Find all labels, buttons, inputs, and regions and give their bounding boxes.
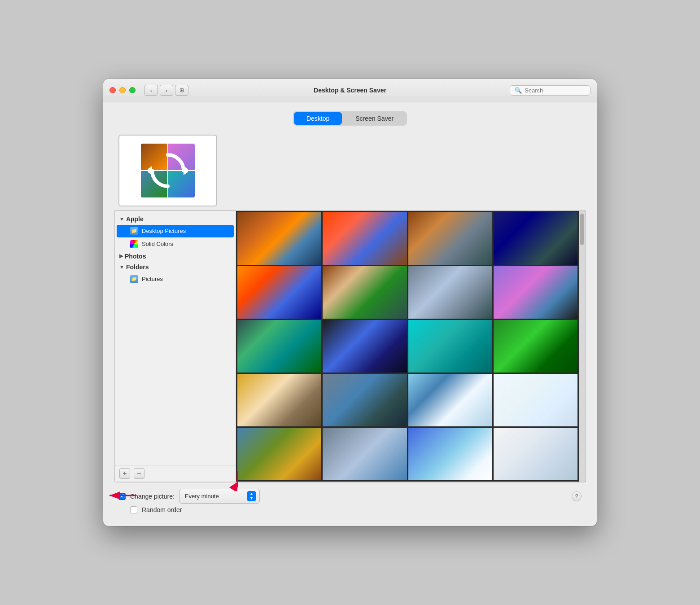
help-button[interactable]: ? <box>572 491 582 501</box>
random-order-label: Random order <box>142 506 182 513</box>
content-area: Desktop Screen Saver <box>103 102 597 526</box>
dropdown-arrow-up: ▲ <box>249 492 254 496</box>
sidebar: ▼ Apple 📁 Desktop Pictures Solid Colors <box>114 210 236 482</box>
wallpaper-12[interactable] <box>494 320 578 373</box>
interval-dropdown-text: Every minute <box>185 493 244 500</box>
help-label: ? <box>575 493 578 500</box>
sidebar-item-solid-colors[interactable]: Solid Colors <box>117 238 234 250</box>
folders-group-arrow: ▼ <box>119 264 124 270</box>
preview-box <box>118 135 217 206</box>
wallpaper-3[interactable] <box>408 212 492 265</box>
titlebar-nav: ‹ › <box>144 85 173 96</box>
forward-button[interactable]: › <box>160 85 173 96</box>
apple-group-label: Apple <box>126 215 144 223</box>
change-picture-row: ✓ Change picture: <box>118 489 582 504</box>
wallpaper-11[interactable] <box>408 320 492 373</box>
traffic-lights <box>109 87 136 93</box>
sidebar-group-photos[interactable]: ▶ Photos <box>115 251 236 262</box>
wallpaper-20[interactable] <box>494 428 578 480</box>
sidebar-item-desktop-pictures[interactable]: 📁 Desktop Pictures <box>117 225 234 237</box>
tab-screen-saver[interactable]: Screen Saver <box>343 112 406 125</box>
wallpaper-10[interactable] <box>323 320 407 373</box>
remove-source-button[interactable]: − <box>134 468 144 479</box>
search-icon: 🔍 <box>515 87 522 94</box>
pictures-folder-icon: 📁 <box>130 275 138 283</box>
interval-dropdown[interactable]: Every minute ▲ ▼ <box>179 489 260 504</box>
image-grid <box>236 211 585 482</box>
dropdown-arrow-down: ▼ <box>249 496 254 500</box>
tab-desktop[interactable]: Desktop <box>294 112 342 125</box>
scrollbar-track[interactable] <box>579 211 585 482</box>
wallpaper-1[interactable] <box>237 212 321 265</box>
color-icon <box>130 240 138 248</box>
tab-group: Desktop Screen Saver <box>293 111 407 126</box>
sidebar-group-apple[interactable]: ▼ Apple <box>115 214 236 224</box>
wallpaper-2[interactable] <box>323 212 407 265</box>
wallpaper-6[interactable] <box>323 266 407 319</box>
search-input[interactable] <box>525 87 586 94</box>
scrollbar-thumb[interactable] <box>580 214 584 245</box>
image-grid-container <box>236 210 586 482</box>
main-window: ‹ › ⊞ Desktop & Screen Saver 🔍 Desktop S… <box>103 79 597 526</box>
photos-group-label: Photos <box>125 253 146 260</box>
random-order-checkbox[interactable] <box>130 506 137 513</box>
preview-area <box>118 135 586 206</box>
dropdown-arrows: ▲ ▼ <box>247 491 256 501</box>
maximize-button[interactable] <box>129 87 136 93</box>
apple-group-arrow: ▼ <box>119 216 124 222</box>
folder-icon: 📁 <box>130 227 138 235</box>
sidebar-content: ▼ Apple 📁 Desktop Pictures Solid Colors <box>115 211 236 465</box>
minimize-button[interactable] <box>119 87 126 93</box>
search-box[interactable]: 🔍 <box>510 85 591 96</box>
rotate-arrows-icon <box>148 150 188 191</box>
wallpaper-9[interactable] <box>237 320 321 373</box>
svg-marker-1 <box>148 166 152 175</box>
sidebar-group-folders[interactable]: ▼ Folders <box>115 262 236 272</box>
wallpaper-5[interactable] <box>237 266 321 319</box>
sidebar-item-pictures[interactable]: 📁 Pictures <box>117 273 234 285</box>
left-red-arrow <box>105 489 141 502</box>
down-red-arrow <box>228 469 246 491</box>
sidebar-bottom: + − <box>115 465 236 482</box>
photos-group-arrow: ▶ <box>119 253 123 259</box>
left-arrow-annotation <box>105 489 141 504</box>
wallpaper-17[interactable] <box>237 428 321 480</box>
close-button[interactable] <box>109 87 116 93</box>
grid-view-button[interactable]: ⊞ <box>175 85 188 96</box>
folders-group-label: Folders <box>126 263 149 271</box>
sidebar-item-label-desktop-pictures: Desktop Pictures <box>142 228 186 234</box>
random-order-row: Random order <box>130 506 582 513</box>
bottom-bar: ✓ Change picture: <box>114 482 586 515</box>
wallpaper-7[interactable] <box>408 266 492 319</box>
wallpaper-4[interactable] <box>494 212 578 265</box>
wallpaper-16[interactable] <box>494 374 578 426</box>
lower-section: ▼ Apple 📁 Desktop Pictures Solid Colors <box>114 210 586 482</box>
wallpaper-15[interactable] <box>408 374 492 426</box>
svg-marker-0 <box>184 166 188 175</box>
wallpaper-13[interactable] <box>237 374 321 426</box>
titlebar: ‹ › ⊞ Desktop & Screen Saver 🔍 <box>103 79 597 102</box>
back-button[interactable]: ‹ <box>144 85 158 96</box>
wallpaper-14[interactable] <box>323 374 407 426</box>
window-title: Desktop & Screen Saver <box>314 87 386 94</box>
wallpaper-18[interactable] <box>323 428 407 480</box>
down-arrow-annotation <box>228 469 246 493</box>
sidebar-item-label-solid-colors: Solid Colors <box>142 241 173 247</box>
sidebar-item-label-pictures: Pictures <box>142 276 163 282</box>
add-source-button[interactable]: + <box>119 468 130 479</box>
wallpaper-8[interactable] <box>494 266 578 319</box>
wallpaper-19[interactable] <box>408 428 492 480</box>
tab-bar: Desktop Screen Saver <box>114 111 586 126</box>
interval-dropdown-container: Every minute ▲ ▼ <box>179 489 260 504</box>
